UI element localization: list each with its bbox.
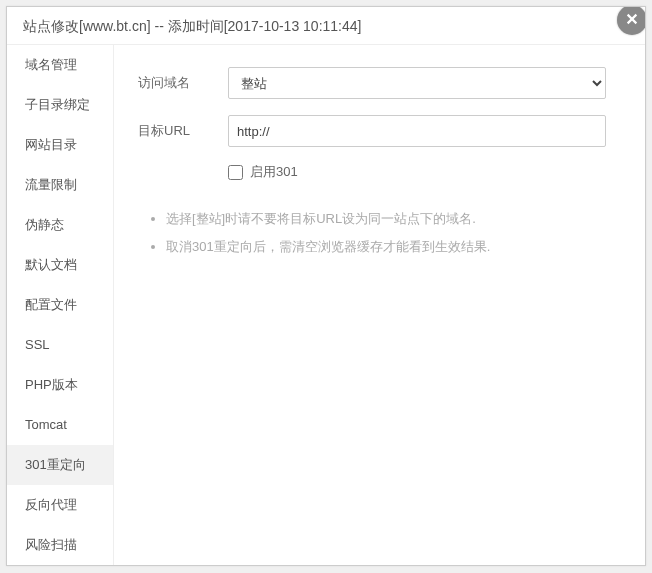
tip-item-0: 选择[整站]时请不要将目标URL设为同一站点下的域名. bbox=[166, 209, 621, 229]
sidebar-item-10[interactable]: 301重定向 bbox=[7, 445, 113, 485]
close-button[interactable] bbox=[617, 6, 646, 35]
sidebar-item-11[interactable]: 反向代理 bbox=[7, 485, 113, 525]
content-panel: 访问域名 整站 目标URL 启用301 选择[整站]时请不要将目标URL设为同一… bbox=[114, 45, 645, 565]
label-target-url: 目标URL bbox=[138, 122, 228, 140]
input-target-url[interactable] bbox=[228, 115, 606, 147]
row-target-url: 目标URL bbox=[138, 115, 621, 147]
sidebar-item-7[interactable]: SSL bbox=[7, 325, 113, 365]
sidebar-item-8[interactable]: PHP版本 bbox=[7, 365, 113, 405]
tip-item-1: 取消301重定向后，需清空浏览器缓存才能看到生效结果. bbox=[166, 237, 621, 257]
modal-body: 域名管理子目录绑定网站目录流量限制伪静态默认文档配置文件SSLPHP版本Tomc… bbox=[7, 45, 645, 565]
sidebar-item-2[interactable]: 网站目录 bbox=[7, 125, 113, 165]
sidebar-item-6[interactable]: 配置文件 bbox=[7, 285, 113, 325]
sidebar-item-5[interactable]: 默认文档 bbox=[7, 245, 113, 285]
sidebar-item-3[interactable]: 流量限制 bbox=[7, 165, 113, 205]
sidebar: 域名管理子目录绑定网站目录流量限制伪静态默认文档配置文件SSLPHP版本Tomc… bbox=[7, 45, 114, 565]
label-enable-301: 启用301 bbox=[250, 163, 298, 181]
checkbox-enable-301[interactable] bbox=[228, 165, 243, 180]
sidebar-item-1[interactable]: 子目录绑定 bbox=[7, 85, 113, 125]
label-access-domain: 访问域名 bbox=[138, 74, 228, 92]
sidebar-item-4[interactable]: 伪静态 bbox=[7, 205, 113, 245]
modal-title: 站点修改[www.bt.cn] -- 添加时间[2017-10-13 10:11… bbox=[7, 7, 645, 45]
sidebar-item-12[interactable]: 风险扫描 bbox=[7, 525, 113, 565]
close-icon bbox=[625, 12, 639, 29]
sidebar-item-9[interactable]: Tomcat bbox=[7, 405, 113, 445]
sidebar-item-0[interactable]: 域名管理 bbox=[7, 45, 113, 85]
select-access-domain[interactable]: 整站 bbox=[228, 67, 606, 99]
site-edit-modal: 站点修改[www.bt.cn] -- 添加时间[2017-10-13 10:11… bbox=[6, 6, 646, 566]
row-access-domain: 访问域名 整站 bbox=[138, 67, 621, 99]
tips-list: 选择[整站]时请不要将目标URL设为同一站点下的域名.取消301重定向后，需清空… bbox=[148, 209, 621, 256]
row-enable-301: 启用301 bbox=[228, 163, 621, 181]
